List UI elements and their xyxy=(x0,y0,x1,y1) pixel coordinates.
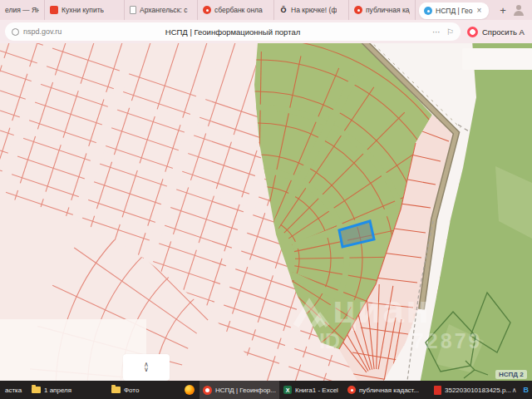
taskbar-item[interactable]: Книга1 - Excel xyxy=(280,381,342,399)
browser-tab[interactable]: Кухни купить xyxy=(45,0,125,20)
site-badge-icon[interactable] xyxy=(12,28,19,36)
taskbar: астка 1 апреля Фото НСПД | Геоинфор... К… xyxy=(0,381,532,399)
profile-head-icon xyxy=(516,5,521,10)
tab-strip: елия — Янд Кухни купить Архангельск: с с… xyxy=(0,0,490,20)
profile-body-icon xyxy=(514,11,524,16)
system-tray: ∧ B xyxy=(512,381,529,399)
tab-favicon-icon xyxy=(203,6,211,14)
taskbar-item-label: 1 апреля xyxy=(44,387,71,394)
taskbar-item-label: астка xyxy=(5,387,22,394)
tab-label: сбербанк онла xyxy=(214,6,263,14)
alice-button[interactable]: Спросить А xyxy=(467,27,525,37)
taskbar-item-label: 352203010183425.p... xyxy=(445,387,511,394)
tab-label: Архангельск: с xyxy=(140,6,188,14)
omnibox[interactable]: nspd.gov.ru НСПД | Геоинформационный пор… xyxy=(5,22,461,41)
tab-close-icon[interactable]: × xyxy=(477,7,482,15)
blank-label-area xyxy=(462,48,532,70)
tab-label: Кухни купить xyxy=(62,6,104,14)
omnibox-domain: nspd.gov.ru xyxy=(23,27,62,36)
taskbar-item[interactable]: публичная кадаст... xyxy=(344,381,422,399)
new-tab-button[interactable]: + xyxy=(495,2,510,17)
tab-label: На крючке! (ф xyxy=(291,6,337,14)
cadastral-map[interactable] xyxy=(0,43,532,381)
alice-icon xyxy=(467,27,478,37)
bluetooth-icon[interactable]: B xyxy=(524,386,530,394)
taskbar-app-icon xyxy=(203,386,212,395)
tab-favicon-icon xyxy=(424,7,432,15)
browser-tab[interactable]: НСПД | Гео × xyxy=(419,2,489,19)
tab-label: НСПД | Гео xyxy=(436,7,473,15)
taskbar-item[interactable]: НСПД | Геоинфор... xyxy=(200,381,279,399)
more-menu-icon[interactable]: ⋯ xyxy=(432,27,441,37)
taskbar-app-icon xyxy=(347,386,356,394)
browser-tab[interactable]: публичная кад xyxy=(349,0,416,20)
tab-label: елия — Янд xyxy=(5,6,39,14)
tab-favicon-icon xyxy=(50,6,58,14)
chevron-down-icon: ∨ xyxy=(144,367,149,372)
taskbar-item[interactable]: астка xyxy=(2,381,25,399)
browser-tab[interactable]: сбербанк онла xyxy=(198,0,274,20)
map-attribution: НСПД 2 xyxy=(495,370,527,379)
tab-label: публичная кад xyxy=(366,6,410,14)
taskbar-item-label: Фото xyxy=(124,387,139,394)
tab-favicon-icon xyxy=(130,6,136,14)
taskbar-app-icon xyxy=(185,385,195,395)
taskbar-app-icon xyxy=(434,386,441,395)
taskbar-app-icon xyxy=(32,387,41,393)
taskbar-app-icon xyxy=(111,387,121,393)
taskbar-app-icon xyxy=(283,386,292,394)
profile-icon[interactable] xyxy=(512,3,525,17)
tray-chevron-icon[interactable]: ∧ xyxy=(512,387,517,394)
taskbar-item-label: Книга1 - Excel xyxy=(295,387,338,394)
browser-address-bar: nspd.gov.ru НСПД | Геоинформационный пор… xyxy=(0,20,532,43)
taskbar-item-label: НСПД | Геоинфор... xyxy=(215,387,276,394)
taskbar-item[interactable] xyxy=(181,381,201,399)
alice-label: Спросить А xyxy=(482,27,525,37)
map-viewport[interactable]: циан ID 72879 НСПД 2 ∧ ∨ xyxy=(0,43,532,381)
taskbar-item[interactable]: 352203010183425.p... xyxy=(431,381,515,399)
panel-expander[interactable]: ∧ ∨ xyxy=(123,354,170,381)
omnibox-page-title: НСПД | Геоинформационный портал xyxy=(5,27,461,37)
tab-favicon-icon xyxy=(354,6,362,14)
browser-tab[interactable]: Ō На крючке! (ф xyxy=(274,0,349,20)
browser-tab[interactable]: елия — Янд xyxy=(0,0,45,20)
tab-favicon-icon: Ō xyxy=(279,6,288,14)
browser-tab[interactable]: Архангельск: с xyxy=(125,0,198,20)
bookmark-icon[interactable]: ⚐ xyxy=(446,27,454,37)
taskbar-item[interactable]: Фото xyxy=(108,381,142,399)
taskbar-item[interactable]: 1 апреля xyxy=(28,381,75,399)
browser-tab-bar: елия — Янд Кухни купить Архангельск: с с… xyxy=(0,0,532,20)
taskbar-item-label: публичная кадаст... xyxy=(359,387,419,394)
